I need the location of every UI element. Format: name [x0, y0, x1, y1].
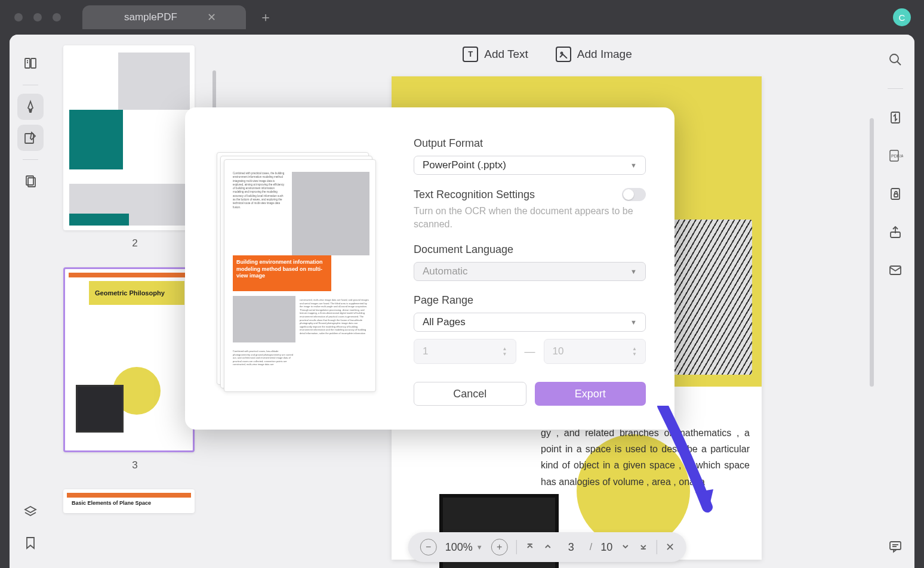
range-to-input: 10 ▲▼ [544, 339, 646, 364]
last-page-button[interactable] [639, 542, 648, 553]
first-page-button[interactable] [525, 542, 535, 553]
divider [888, 88, 903, 89]
user-avatar[interactable]: C [893, 8, 911, 26]
svg-line-11 [897, 61, 901, 65]
language-value: Automatic [423, 266, 468, 277]
svg-rect-1 [31, 58, 36, 68]
close-window[interactable] [14, 13, 23, 21]
comment-icon[interactable] [886, 537, 905, 556]
page-range-value: All Pages [423, 316, 466, 328]
language-select: Automatic ▼ [414, 262, 646, 281]
add-text-button[interactable]: T Add Text [463, 47, 528, 62]
add-image-label: Add Image [577, 48, 632, 61]
spinner-icons: ▲▼ [503, 346, 507, 357]
layers-icon[interactable] [17, 499, 44, 525]
avatar-initial: C [899, 13, 905, 23]
left-sidebar [10, 35, 51, 568]
svg-point-7 [560, 52, 562, 54]
range-to-value: 10 [553, 345, 564, 357]
language-label: Document Language [414, 243, 646, 256]
mail-icon[interactable] [886, 261, 905, 280]
ocr-helper-text: Turn on the OCR when the document appear… [414, 205, 646, 231]
divider [516, 540, 517, 554]
current-page-input[interactable] [561, 541, 581, 554]
maximize-window[interactable] [53, 13, 61, 21]
caret-down-icon: ▼ [476, 544, 483, 551]
export-label: Export [575, 388, 606, 400]
convert-icon[interactable] [886, 108, 905, 127]
bottom-toolbar: − 100% ▼ + / 10 ✕ [408, 532, 686, 562]
protect-icon[interactable] [886, 184, 905, 203]
range-dash: — [525, 345, 535, 358]
export-preview: Combined with practical cases, the build… [214, 137, 378, 406]
range-from-input: 1 ▲▼ [414, 339, 516, 364]
thumbnail-page-number: 3 [63, 459, 207, 471]
search-icon[interactable] [886, 50, 905, 69]
right-sidebar: PDF/A [876, 35, 914, 568]
document-body-text: gy , and related branches of mathematics… [541, 425, 750, 490]
prev-page-button[interactable] [543, 542, 553, 553]
caret-down-icon: ▼ [630, 162, 637, 169]
output-format-value: PowerPoint (.pptx) [423, 159, 506, 171]
cancel-button[interactable]: Cancel [414, 382, 526, 406]
spinner-icons: ▲▼ [632, 346, 637, 357]
close-toolbar-icon[interactable]: ✕ [666, 541, 674, 554]
bookmark-icon[interactable] [17, 530, 44, 556]
ocr-label: Text Recognition Settings [414, 189, 535, 201]
thumbnail-title: Basic Elements of Plane Space [72, 500, 151, 506]
divider [657, 540, 657, 554]
svg-text:PDF/A: PDF/A [891, 154, 903, 158]
cancel-label: Cancel [453, 388, 486, 400]
page-range-label: Page Range [414, 294, 646, 307]
export-button[interactable]: Export [535, 382, 646, 406]
minimize-window[interactable] [33, 13, 42, 21]
reader-mode-icon[interactable] [17, 50, 44, 76]
svg-point-10 [890, 54, 898, 63]
titlebar: samplePDF ✕ ＋ C [0, 0, 924, 35]
toggle-knob [623, 189, 634, 200]
svg-rect-19 [890, 542, 901, 550]
total-pages: 10 [600, 541, 612, 554]
page-separator: / [590, 542, 592, 552]
zoom-in-button[interactable]: + [491, 539, 508, 555]
caret-down-icon: ▼ [630, 319, 637, 326]
zoom-dropdown[interactable]: 100% ▼ [445, 541, 483, 554]
pdfa-icon[interactable]: PDF/A [886, 146, 905, 165]
divider [23, 159, 38, 160]
document-tab[interactable]: samplePDF ✕ [82, 5, 246, 29]
svg-rect-0 [25, 58, 30, 68]
range-from-value: 1 [423, 345, 428, 357]
preview-page-title: Building environment information modelin… [233, 255, 331, 291]
next-page-button[interactable] [621, 542, 630, 553]
zoom-out-button[interactable]: − [420, 539, 437, 555]
top-toolbar: T Add Text Add Image [218, 35, 876, 73]
text-icon: T [463, 47, 478, 62]
canvas-scrollbar[interactable] [870, 118, 874, 387]
export-form: Output Format PowerPoint (.pptx) ▼ Text … [414, 137, 646, 406]
thumbnail-title: Geometric Philosophy [89, 281, 184, 305]
highlighter-tool-icon[interactable] [17, 94, 44, 120]
ocr-toggle[interactable] [622, 188, 646, 201]
add-text-label: Add Text [484, 48, 528, 61]
output-format-label: Output Format [414, 137, 646, 150]
new-tab-button[interactable]: ＋ [259, 8, 272, 26]
pages-tool-icon[interactable] [17, 168, 44, 195]
close-tab-icon[interactable]: ✕ [207, 11, 216, 24]
output-format-select[interactable]: PowerPoint (.pptx) ▼ [414, 156, 646, 175]
svg-rect-16 [894, 194, 898, 197]
zoom-value: 100% [445, 541, 473, 554]
window-controls [14, 13, 61, 21]
export-dialog: Combined with practical cases, the build… [185, 107, 674, 430]
divider [23, 85, 38, 85]
thumbnail-item[interactable]: Basic Elements of Plane Space [63, 489, 207, 513]
caret-down-icon: ▼ [630, 268, 637, 275]
edit-tool-icon[interactable] [17, 125, 44, 151]
share-icon[interactable] [886, 223, 905, 242]
image-icon [556, 47, 571, 62]
page-range-select[interactable]: All Pages ▼ [414, 313, 646, 332]
add-image-button[interactable]: Add Image [556, 47, 632, 62]
tab-title: samplePDF [124, 11, 177, 23]
